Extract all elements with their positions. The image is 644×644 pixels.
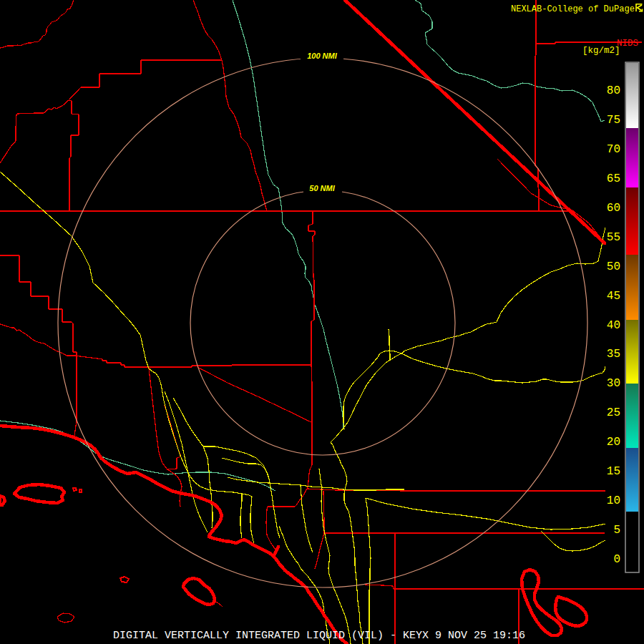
svg-text:65: 65 <box>607 172 620 185</box>
svg-text:30: 30 <box>607 377 620 390</box>
svg-text:50 NMI: 50 NMI <box>309 184 335 192</box>
svg-text:10: 10 <box>607 494 620 507</box>
svg-text:55: 55 <box>607 231 620 244</box>
svg-text:[kg/m2]: [kg/m2] <box>582 46 620 56</box>
svg-text:40: 40 <box>607 319 620 332</box>
svg-text:15: 15 <box>607 465 620 478</box>
svg-text:50: 50 <box>607 260 620 273</box>
svg-text:100 NMI: 100 NMI <box>307 52 338 60</box>
svg-text:NEXLAB-College of DuPage: NEXLAB-College of DuPage <box>511 4 635 14</box>
svg-text:35: 35 <box>607 348 620 361</box>
svg-text:5: 5 <box>613 524 620 537</box>
svg-text:DIGITAL VERTICALLY INTEGRATED: DIGITAL VERTICALLY INTEGRATED LIQUID (VI… <box>113 630 525 642</box>
svg-text:70: 70 <box>607 143 620 156</box>
svg-text:75: 75 <box>607 114 620 127</box>
svg-text:80: 80 <box>607 84 620 97</box>
svg-text:60: 60 <box>607 202 620 215</box>
svg-text:25: 25 <box>607 406 620 419</box>
svg-text:45: 45 <box>607 290 620 303</box>
svg-text:20: 20 <box>607 436 620 449</box>
svg-text:0: 0 <box>613 553 620 566</box>
